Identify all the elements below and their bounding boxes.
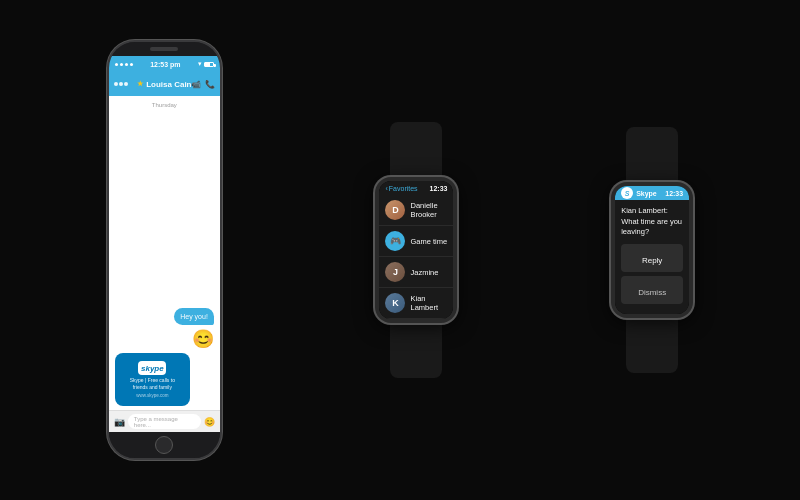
signal-dot-1 xyxy=(115,63,118,66)
list-item[interactable]: 🎮 Game time xyxy=(379,226,453,257)
signal-dot-2 xyxy=(120,63,123,66)
message-input[interactable]: Type a message here... xyxy=(128,414,201,429)
avatar-initials: K xyxy=(392,298,399,308)
game-icon: 🎮 xyxy=(390,236,401,246)
list-item[interactable]: K Kian Lambert xyxy=(379,288,453,319)
nav-action-icons: 📹 📞 xyxy=(191,80,215,89)
chat-messages: Hey you! 😊 skype Skype | Free calls to f… xyxy=(109,111,220,410)
watch-band-top-2 xyxy=(626,127,678,182)
skype-card-message: skype Skype | Free calls to friends and … xyxy=(115,353,190,406)
signal-dot-3 xyxy=(125,63,128,66)
skype-card-logo: skype xyxy=(138,361,166,375)
watch1-status-bar: ‹ Favorites 12:33 xyxy=(379,181,453,195)
list-item[interactable]: J Jazmine xyxy=(379,257,453,288)
nav-dot-2 xyxy=(119,82,123,86)
camera-icon[interactable]: 📷 xyxy=(114,417,125,427)
watch1-back-label: Favorites xyxy=(389,185,418,192)
contact-name: Jazmine xyxy=(410,268,438,277)
dismiss-button[interactable]: Dismiss xyxy=(621,276,683,304)
watch1-time: 12:33 xyxy=(430,185,448,192)
iphone-input-bar: 📷 Type a message here... 😊 xyxy=(109,410,220,432)
skype-app-name: Skype xyxy=(636,190,657,197)
video-call-icon[interactable]: 📹 xyxy=(191,80,201,89)
avatar: K xyxy=(385,293,405,313)
nav-back-button[interactable] xyxy=(114,82,128,86)
apple-watch-2: S Skype 12:33 Kian Lambert: What time ar… xyxy=(611,127,693,373)
avatar: J xyxy=(385,262,405,282)
skype-card-link: www.skype.com xyxy=(136,393,168,398)
skype-icon: S xyxy=(621,187,633,199)
watch-body-1: ‹ Favorites 12:33 D Danielle Brooker 🎮 G… xyxy=(375,177,457,323)
battery-fill xyxy=(205,63,211,66)
skype-notification-badge: S Skype xyxy=(621,187,657,199)
skype-wordmark: skype xyxy=(141,364,164,373)
avatar: D xyxy=(385,200,405,220)
reply-label: Reply xyxy=(642,256,662,265)
watch-band-top-1 xyxy=(390,122,442,177)
watch2-notification-body: Kian Lambert: What time are you leaving?… xyxy=(615,200,689,314)
avatar-initials: J xyxy=(393,267,398,277)
signal-dot-4 xyxy=(130,63,133,66)
watch-body-2: S Skype 12:33 Kian Lambert: What time ar… xyxy=(611,182,693,318)
iphone-home-bar xyxy=(109,432,220,458)
nav-dot-1 xyxy=(114,82,118,86)
status-time: 12:53 pm xyxy=(150,61,180,68)
dismiss-label: Dismiss xyxy=(638,288,666,297)
emoji-picker-icon[interactable]: 😊 xyxy=(204,417,215,427)
reply-button[interactable]: Reply xyxy=(621,244,683,272)
nav-dot-3 xyxy=(124,82,128,86)
back-chevron-icon: ‹ xyxy=(385,185,387,192)
phone-call-icon[interactable]: 📞 xyxy=(205,80,215,89)
status-right-icons: ▾ xyxy=(198,60,214,68)
watch-band-bottom-1 xyxy=(390,323,442,378)
contact-name: Danielle Brooker xyxy=(410,201,447,219)
watch1-back-button[interactable]: ‹ Favorites xyxy=(385,185,417,192)
watch-band-bottom-2 xyxy=(626,318,678,373)
avatar-initials: D xyxy=(392,205,399,215)
iphone-nav-bar: ★ Louisa Cain 📹 📞 xyxy=(109,72,220,96)
outgoing-message: Hey you! xyxy=(174,308,214,325)
iphone-status-bar: 12:53 pm ▾ xyxy=(109,56,220,72)
apple-watch-1: ‹ Favorites 12:33 D Danielle Brooker 🎮 G… xyxy=(375,122,457,378)
avatar: 🎮 xyxy=(385,231,405,251)
iphone-top-bar xyxy=(109,42,220,56)
home-button[interactable] xyxy=(155,436,173,454)
input-placeholder: Type a message here... xyxy=(134,416,195,428)
chat-date: Thursday xyxy=(109,96,220,111)
watch-screen-1: ‹ Favorites 12:33 D Danielle Brooker 🎮 G… xyxy=(379,181,453,319)
iphone-chat-area: Thursday Hey you! 😊 skype Skype | Free c… xyxy=(109,96,220,432)
iphone-speaker xyxy=(150,47,178,51)
watch-screen-2: S Skype 12:33 Kian Lambert: What time ar… xyxy=(615,186,689,314)
star-icon: ★ xyxy=(137,80,143,88)
watch2-time: 12:33 xyxy=(665,190,683,197)
contact-name: Game time xyxy=(410,237,447,246)
list-item[interactable]: D Danielle Brooker xyxy=(379,195,453,226)
skype-letter: S xyxy=(625,190,630,197)
skype-card-tagline: Skype | Free calls to friends and family xyxy=(123,377,182,391)
contact-name: Kian Lambert xyxy=(410,294,447,312)
battery-icon xyxy=(204,62,214,67)
notification-message-text: Kian Lambert: What time are you leaving? xyxy=(621,206,683,238)
chat-contact-name: ★ Louisa Cain xyxy=(137,80,191,89)
watch2-status-bar: S Skype 12:33 xyxy=(615,186,689,200)
wifi-icon: ▾ xyxy=(198,60,202,68)
emoji-message: 😊 xyxy=(192,330,214,348)
signal-indicators xyxy=(115,63,133,66)
iphone-device: 12:53 pm ▾ ★ Louisa Cain 📹 📞 Thursday He… xyxy=(107,40,222,460)
watch1-contact-list: D Danielle Brooker 🎮 Game time J Jazmine xyxy=(379,195,453,319)
